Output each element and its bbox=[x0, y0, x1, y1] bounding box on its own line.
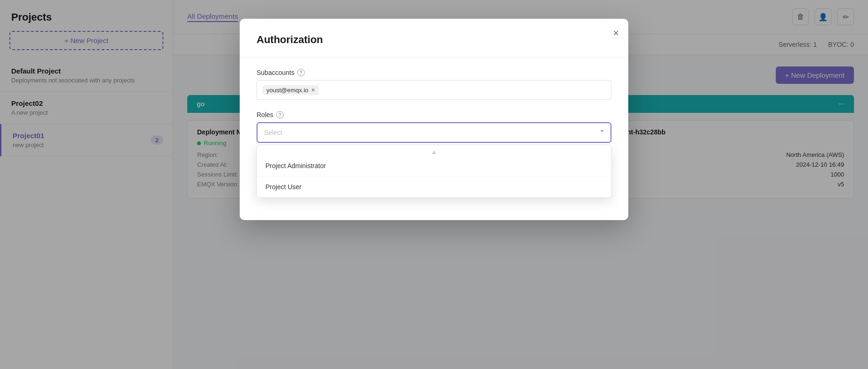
subaccounts-help-icon[interactable]: ? bbox=[297, 69, 305, 76]
subaccounts-label: Subaccounts ? bbox=[257, 69, 611, 76]
subaccounts-input[interactable]: youst@emqx.io × bbox=[257, 80, 611, 100]
roles-dropdown: ▲ Project Administrator Project User bbox=[257, 145, 611, 198]
roles-label: Roles ? bbox=[257, 111, 611, 118]
role-option-user[interactable]: Project User bbox=[257, 177, 611, 197]
subaccount-tag: youst@emqx.io × bbox=[263, 85, 319, 95]
select-placeholder: Select bbox=[264, 129, 282, 136]
modal-close-button[interactable]: × bbox=[613, 28, 619, 38]
modal-title: Authorization bbox=[257, 34, 611, 46]
modal-divider bbox=[240, 57, 628, 58]
tag-remove-button[interactable]: × bbox=[311, 87, 315, 93]
chevron-up-icon: ⌃ bbox=[599, 129, 605, 136]
dropdown-arrow: ▲ bbox=[257, 145, 611, 155]
roles-select-wrapper: Select ⌃ ▲ Project Administrator Project… bbox=[257, 122, 611, 143]
modal-backdrop: Authorization × Subaccounts ? youst@emqx… bbox=[0, 0, 868, 369]
authorization-modal: Authorization × Subaccounts ? youst@emqx… bbox=[240, 19, 628, 220]
roles-help-icon[interactable]: ? bbox=[276, 111, 284, 118]
role-option-admin[interactable]: Project Administrator bbox=[257, 155, 611, 177]
roles-select[interactable]: Select ⌃ bbox=[257, 122, 611, 143]
